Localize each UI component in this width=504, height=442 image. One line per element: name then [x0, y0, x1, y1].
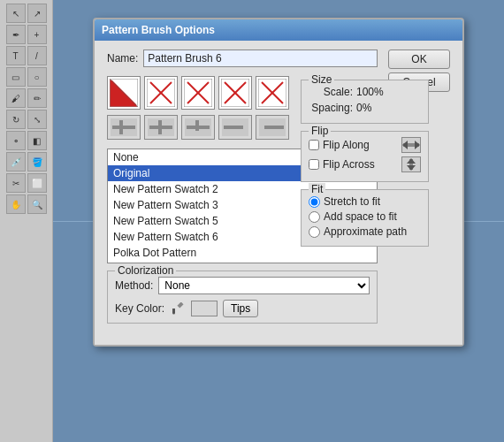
- colorization-label: Colorization: [115, 264, 176, 277]
- fit-stretch-radio[interactable]: [309, 196, 320, 208]
- tile-start-icon[interactable]: [218, 76, 252, 110]
- flip-across-label: Flip Across: [323, 158, 398, 171]
- tool-direct[interactable]: ↗: [27, 4, 47, 23]
- tool-text[interactable]: T: [6, 46, 26, 65]
- fit-approx-radio[interactable]: [309, 226, 320, 238]
- fit-stretch-label: Stretch to fit: [324, 195, 380, 208]
- scale-label: Scale:: [309, 86, 353, 98]
- tool-eraser[interactable]: ⬜: [27, 173, 47, 193]
- tile-sub-3[interactable]: [181, 115, 215, 140]
- keycolor-label: Key Color:: [115, 302, 164, 315]
- colorization-section: Colorization Method: None Tints Tints an…: [107, 271, 378, 324]
- tool-ellipse[interactable]: ○: [27, 67, 47, 87]
- svg-rect-23: [119, 120, 123, 134]
- right-panel: Size Scale: 100% Spacing: 0% Flip Flip A…: [301, 80, 429, 247]
- tool-zoom[interactable]: 🔍: [27, 194, 47, 214]
- fit-section-label: Fit: [309, 183, 325, 195]
- fit-addspace-radio[interactable]: [309, 211, 320, 223]
- flip-across-icon[interactable]: [401, 156, 421, 172]
- tile-outer-corner-icon[interactable]: [144, 76, 178, 110]
- fit-addspace-label: Add space to fit: [324, 210, 397, 223]
- tile-inner-corner-icon[interactable]: [181, 76, 215, 110]
- tile-sub-5[interactable]: [256, 115, 289, 140]
- tool-hand[interactable]: ✋: [6, 194, 26, 214]
- flip-section: Flip Flip Along Flip Across: [301, 131, 429, 182]
- svg-marker-39: [415, 141, 420, 149]
- svg-rect-29: [195, 120, 199, 131]
- dialog-titlebar: Pattern Brush Options: [95, 19, 462, 41]
- svg-marker-38: [402, 141, 408, 149]
- tile-end-icon[interactable]: [256, 76, 289, 110]
- name-input[interactable]: [143, 50, 378, 67]
- tool-blend[interactable]: ⚬: [6, 131, 26, 150]
- toolbar: ↖ ↗ ✒ + T / ▭ ○ 🖌 ✏ ↻ ⤡ ⚬ ◧ 💉 🪣 ✂ ⬜ ✋ 🔍: [0, 0, 53, 442]
- tile-sub-2[interactable]: [144, 115, 178, 140]
- flip-along-icon[interactable]: [401, 137, 421, 153]
- listbox-item-polka[interactable]: Polka Dot Pattern: [108, 245, 377, 261]
- scale-value: 100%: [356, 86, 384, 98]
- tool-pencil[interactable]: ✏: [27, 88, 47, 108]
- tile-sub-4[interactable]: [218, 115, 252, 140]
- tool-rect[interactable]: ▭: [6, 67, 26, 87]
- tool-paint-bucket[interactable]: 🪣: [27, 152, 47, 171]
- tool-arrow[interactable]: ↖: [6, 4, 26, 23]
- tile-side-icon[interactable]: [107, 76, 141, 110]
- flip-across-checkbox[interactable]: [309, 159, 319, 170]
- svg-point-36: [172, 312, 175, 315]
- tool-brush[interactable]: 🖌: [6, 88, 26, 108]
- tile-sub-1[interactable]: [107, 115, 141, 140]
- tool-scissors[interactable]: ✂: [6, 173, 26, 193]
- fit-approx-label: Approximate path: [324, 225, 407, 238]
- tips-button[interactable]: Tips: [223, 300, 258, 317]
- svg-marker-41: [407, 158, 416, 164]
- tool-pen[interactable]: ✒: [6, 25, 26, 44]
- svg-rect-31: [224, 126, 243, 129]
- fit-section: Fit Stretch to fit Add space to fit Appr…: [301, 189, 429, 247]
- svg-rect-22: [112, 126, 135, 129]
- svg-rect-34: [177, 302, 183, 309]
- flip-along-label: Flip Along: [323, 139, 398, 151]
- size-section: Size Scale: 100% Spacing: 0%: [301, 80, 429, 124]
- tool-eyedropper[interactable]: 💉: [6, 152, 26, 171]
- svg-rect-26: [158, 120, 162, 134]
- tool-rotate[interactable]: ↻: [6, 110, 26, 129]
- spacing-value: 0%: [356, 102, 371, 114]
- dialog-title: Pattern Brush Options: [102, 24, 215, 36]
- name-label: Name:: [107, 52, 138, 65]
- tool-scale[interactable]: ⤡: [27, 110, 47, 129]
- tool-add-anchor[interactable]: +: [27, 25, 47, 44]
- flip-section-label: Flip: [309, 125, 331, 137]
- ok-button[interactable]: OK: [388, 50, 450, 69]
- svg-marker-42: [407, 165, 416, 171]
- eyedropper-icon[interactable]: [170, 301, 186, 316]
- tool-line[interactable]: /: [27, 46, 47, 65]
- spacing-label: Spacing:: [309, 102, 353, 114]
- size-section-label: Size: [309, 73, 334, 86]
- key-color-swatch[interactable]: [191, 301, 218, 316]
- tool-gradient[interactable]: ◧: [27, 131, 47, 150]
- method-label: Method:: [115, 279, 153, 292]
- flip-along-checkbox[interactable]: [309, 140, 319, 150]
- svg-rect-33: [264, 126, 284, 129]
- listbox-item-waves[interactable]: Waves Pattern: [108, 261, 377, 263]
- method-select[interactable]: None Tints Tints and Shades Hue Shift: [158, 277, 370, 294]
